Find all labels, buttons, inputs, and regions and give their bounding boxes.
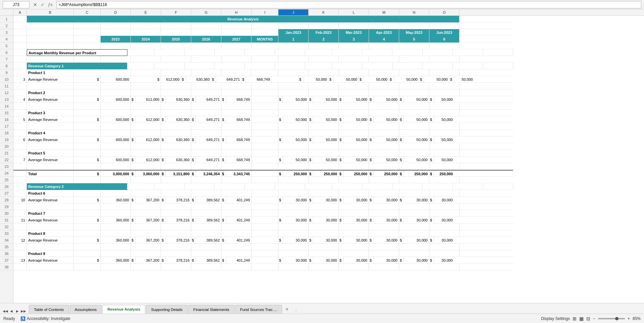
r2-k <box>309 22 339 29</box>
r3-d <box>101 29 131 36</box>
row-9: Product 1 <box>13 69 513 76</box>
col-header-i[interactable]: I <box>252 9 278 15</box>
row-num-14: 14 <box>0 103 13 110</box>
row-35 <box>13 244 513 250</box>
col-header-c[interactable]: C <box>74 9 101 15</box>
nav-last-arrow[interactable]: ▶▶ <box>21 308 26 314</box>
accessibility-icon[interactable]: ♿ Accessibility: Investigate <box>20 316 70 321</box>
col-header-l[interactable]: L <box>339 9 369 15</box>
r10-apr[interactable]: 50,000 <box>394 76 419 83</box>
nav-first-arrow[interactable]: ◀◀ <box>3 308 8 314</box>
view-layout-icon[interactable]: ▦ <box>579 316 584 321</box>
nav-next-arrow[interactable]: ▶ <box>15 308 20 314</box>
r10-mar[interactable]: 50,000 <box>364 76 389 83</box>
r4-a <box>13 36 27 43</box>
r10-jun[interactable]: 50,000 <box>454 76 474 83</box>
zoom-in-icon[interactable]: + <box>628 316 630 321</box>
row-num-38: 38 <box>0 264 13 270</box>
r10-feb[interactable]: 50,000 <box>333 76 359 83</box>
col-header-a[interactable]: A <box>13 9 27 15</box>
cat1-header: Revenue Category 1 <box>27 63 127 69</box>
row-num-22: 22 <box>0 156 13 163</box>
row-17 <box>13 123 513 130</box>
col-header-o[interactable]: O <box>429 9 460 15</box>
row-33: Product 8 <box>13 230 513 237</box>
view-page-break-icon[interactable]: ⊟ <box>586 316 590 321</box>
r10-may[interactable]: 50,000 <box>424 76 449 83</box>
col-header-g[interactable]: G <box>191 9 221 15</box>
tab-fund-sources[interactable]: Fund Sources Trac ... <box>235 305 282 314</box>
r3-c <box>74 29 101 36</box>
row-18: Product 4 <box>13 130 513 136</box>
view-normal-icon[interactable]: ⊞ <box>573 316 577 321</box>
more-sheets-icon[interactable]: ⋮ <box>294 309 298 314</box>
r10-2023[interactable]: 600,000 <box>101 76 131 83</box>
formula-input[interactable] <box>56 1 641 8</box>
zoom-out-icon[interactable]: − <box>593 316 595 321</box>
confirm-icon[interactable]: ✓ <box>40 2 46 7</box>
p3-label: Product 3 <box>27 110 74 116</box>
col-header-k[interactable]: K <box>309 9 339 15</box>
insert-function-icon[interactable]: ƒx <box>47 2 54 7</box>
add-sheet-button[interactable]: + <box>283 305 291 314</box>
row-num-12: 12 <box>0 89 13 96</box>
corner-header <box>0 9 13 15</box>
r10-2025[interactable]: 630,360 <box>186 76 211 83</box>
row-num-19: 19 <box>0 136 13 143</box>
r1-a[interactable] <box>13 16 27 22</box>
row-24: Total $ 3,000,000 $ 3,060,000 $ 3,151,80… <box>13 170 513 177</box>
r2-b <box>27 22 74 29</box>
r10-rownum: 3 <box>13 76 27 83</box>
formula-bar: ✕ ✓ ƒx <box>0 0 644 9</box>
r10-2026[interactable]: 649,271 <box>216 76 241 83</box>
col-header-d[interactable]: D <box>101 9 131 15</box>
col-header-b[interactable]: B <box>27 9 74 15</box>
display-settings-label[interactable]: Display Settings <box>541 316 570 321</box>
cell-reference[interactable] <box>3 1 30 8</box>
tab-assumptions[interactable]: Assumptions <box>70 305 102 314</box>
r3-jun: Jun-2023 <box>429 29 460 36</box>
r4-b <box>27 36 74 43</box>
r3-h <box>221 29 252 36</box>
row-num-25: 25 <box>0 177 13 183</box>
row-num-8: 8 <box>0 63 13 69</box>
row-3: Jan-2023 Feb-2023 Mar-2023 Apr-2023 May-… <box>13 29 513 36</box>
col-header-e[interactable]: E <box>131 9 161 15</box>
row-num-11: 11 <box>0 83 13 89</box>
r4-m2: 2 <box>309 36 339 43</box>
r10-label: Average Revenue <box>27 76 74 83</box>
row-7 <box>13 56 513 63</box>
row-30: Product 7 <box>13 210 513 217</box>
r2-i <box>252 22 278 29</box>
nav-prev-arrow[interactable]: ◀ <box>9 308 14 314</box>
zoom-slider-handle <box>615 317 619 320</box>
row-26: Revenue Category 2 <box>13 183 513 190</box>
col-header-h[interactable]: H <box>221 9 252 15</box>
row-34: 12 Average Revenue $ 360,000 $ 367,200 $… <box>13 237 513 244</box>
r10-2027[interactable]: 668,749 <box>246 76 272 83</box>
cancel-icon[interactable]: ✕ <box>32 2 38 7</box>
tab-revenue-analysis[interactable]: Revenue Analysis <box>102 305 145 314</box>
row-4: 2023 2024 2025 2026 2027 MONTHS 1 2 3 4 … <box>13 36 513 43</box>
spreadsheet: A B C D E F G H I J K L M N O 1 2 3 4 5 … <box>0 9 644 303</box>
r3-apr: Apr-2023 <box>369 29 399 36</box>
col-header-m[interactable]: M <box>369 9 399 15</box>
right-status-section: Display Settings ⊞ ▦ ⊟ − + 85% <box>541 316 641 321</box>
sheet-body[interactable]: 1 2 3 4 5 6 7 8 9 10 11 12 13 14 15 16 1… <box>0 16 644 303</box>
r3-feb: Feb-2023 <box>309 29 339 36</box>
r10-jan[interactable]: 50,000 <box>303 76 329 83</box>
tab-financial-statements[interactable]: Financial Statements <box>188 305 234 314</box>
tab-table-of-contents[interactable]: Table of Contents <box>29 305 69 314</box>
r2-j <box>278 22 309 29</box>
tab-nav-arrows: ◀◀ ◀ ▶ ▶▶ <box>3 308 26 314</box>
r1-title: Revenue Analysis <box>27 16 460 22</box>
total-label: Total <box>27 171 74 177</box>
r10-2024-val[interactable]: 612,000 <box>161 76 181 83</box>
zoom-slider[interactable] <box>598 318 625 319</box>
col-header-j[interactable]: J <box>278 9 309 15</box>
p2-label: Product 2 <box>27 89 74 96</box>
col-header-n[interactable]: N <box>399 9 429 15</box>
col-header-f[interactable]: F <box>161 9 191 15</box>
p1-label: Product 1 <box>27 69 74 76</box>
tab-supporting-details[interactable]: Supporting Details <box>146 305 187 314</box>
